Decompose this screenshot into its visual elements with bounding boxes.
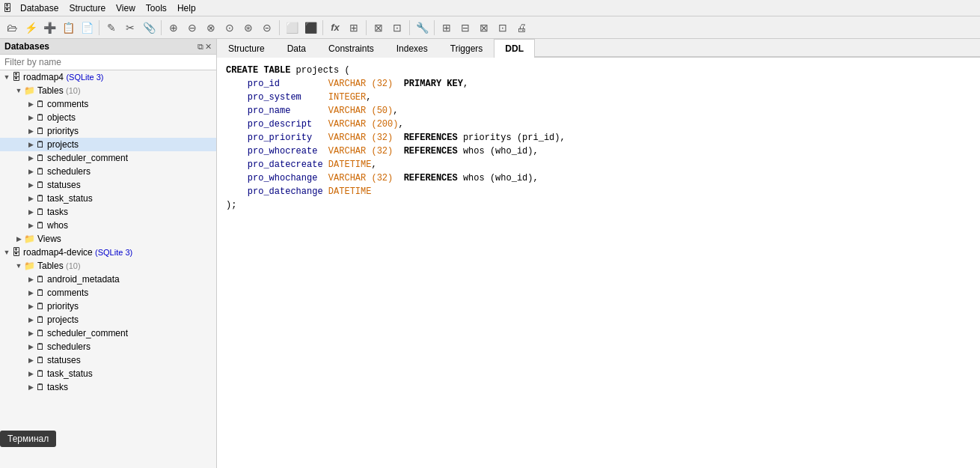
table-scheduler_comment-1-label: scheduler_comment [47,153,128,163]
toolbar-btn-3[interactable]: ➕ [40,19,58,37]
table-projects-1-icon: 🗒 [36,139,45,150]
tab-structure[interactable]: Structure [217,39,276,58]
table-comments-1-toggle[interactable]: ▶ [25,99,36,109]
toolbar-btn-22[interactable]: ⊟ [456,19,474,37]
left-panel: Databases ⧉ ✕ ▼ 🗄 roadmap4 (SQLite 3) ▼ … [0,39,217,468]
table-scheduler_comment-1[interactable]: ▶ 🗒 scheduler_comment [0,151,216,165]
toolbar-btn-4[interactable]: 📋 [59,19,77,37]
toolbar-btn-17[interactable]: ⊞ [345,19,363,37]
table-projects-1-toggle[interactable]: ▶ [25,139,36,150]
toolbar-btn-9[interactable]: ⊕ [165,19,183,37]
db-roadmap4-toggle[interactable]: ▼ [1,72,12,82]
toolbar-btn-11[interactable]: ⊗ [202,19,220,37]
table-task_status-2[interactable]: ▶ 🗒 task_status [0,367,216,380]
views-group-1-toggle[interactable]: ▶ [13,234,24,244]
toolbar-btn-7[interactable]: ✂ [121,19,139,37]
table-comments-2[interactable]: ▶ 🗒 comments [0,286,216,300]
table-projects-2[interactable]: ▶ 🗒 projects [0,313,216,326]
menu-tools[interactable]: Tools [141,1,171,15]
tables-group-1-toggle[interactable]: ▼ [13,85,24,96]
panel-title: Databases [4,41,49,52]
toolbar-btn-20[interactable]: 🔧 [413,19,431,37]
tab-data[interactable]: Data [276,39,317,58]
table-tasks-1[interactable]: ▶ 🗒 tasks [0,205,216,219]
table-comments-1[interactable]: ▶ 🗒 comments [0,97,216,111]
toolbar-btn-19[interactable]: ⊡ [388,19,406,37]
tables-group-2-toggle[interactable]: ▼ [13,261,24,271]
table-comments-2-toggle[interactable]: ▶ [25,288,36,298]
table-android_metadata-toggle[interactable]: ▶ [25,274,36,285]
panel-detach-btn[interactable]: ⧉ [197,42,203,52]
table-objects[interactable]: ▶ 🗒 objects [0,111,216,124]
toolbar-btn-fx[interactable]: fx [326,19,344,37]
tables-group-2-label: Tables (10) [37,261,81,271]
table-tasks-2[interactable]: ▶ 🗒 tasks [0,380,216,394]
table-scheduler_comment-2[interactable]: ▶ 🗒 scheduler_comment [0,326,216,340]
table-statuses-2[interactable]: ▶ 🗒 statuses [0,353,216,367]
tables-group-1[interactable]: ▼ 📁 Tables (10) [0,84,216,97]
table-whos-1-toggle[interactable]: ▶ [25,220,36,231]
toolbar-btn-5[interactable]: 📄 [78,19,96,37]
table-schedulers-2[interactable]: ▶ 🗒 schedulers [0,340,216,353]
table-whos-1-label: whos [47,220,68,231]
tables-group-2[interactable]: ▼ 📁 Tables (10) [0,259,216,273]
toolbar-btn-2[interactable]: ⚡ [22,19,40,37]
tables-group-2-icon: 📁 [24,261,35,271]
table-prioritys-1[interactable]: ▶ 🗒 prioritys [0,124,216,138]
toolbar-btn-14[interactable]: ⊝ [258,19,276,37]
table-scheduler_comment-1-toggle[interactable]: ▶ [25,153,36,163]
toolbar-btn-10[interactable]: ⊖ [183,19,201,37]
table-projects-1[interactable]: ▶ 🗒 projects [0,138,216,151]
panel-close-btn[interactable]: ✕ [205,42,212,52]
menu-help[interactable]: Help [173,1,200,15]
table-comments-2-label: comments [47,288,88,298]
toolbar-btn-24[interactable]: ⊡ [494,19,512,37]
menu-database[interactable]: Database [16,1,63,15]
menu-view[interactable]: View [111,1,140,15]
table-schedulers-1-toggle[interactable]: ▶ [25,166,36,177]
table-task_status-2-toggle[interactable]: ▶ [25,368,36,379]
tab-ddl[interactable]: DDL [494,39,535,58]
table-task_status-2-label: task_status [47,368,93,379]
terminal-tooltip: Терминал [0,431,56,447]
toolbar-btn-16[interactable]: ⬛ [301,19,319,37]
db-roadmap4-device[interactable]: ▼ 🗄 roadmap4-device (SQLite 3) [0,246,216,259]
toolbar-btn-21[interactable]: ⊞ [438,19,456,37]
toolbar-btn-15[interactable]: ⬜ [283,19,301,37]
tab-triggers[interactable]: Triggers [439,39,494,58]
db-roadmap4[interactable]: ▼ 🗄 roadmap4 (SQLite 3) [0,70,216,84]
toolbar-btn-18[interactable]: ⊠ [370,19,388,37]
table-task_status-1-toggle[interactable]: ▶ [25,193,36,204]
table-whos-1[interactable]: ▶ 🗒 whos [0,219,216,232]
tab-constraints[interactable]: Constraints [317,39,385,58]
toolbar-btn-6[interactable]: ✎ [102,19,120,37]
toolbar-btn-1[interactable]: 🗁 [3,19,21,37]
toolbar-btn-13[interactable]: ⊛ [239,19,257,37]
toolbar-btn-25[interactable]: 🖨 [512,19,530,37]
table-prioritys-2[interactable]: ▶ 🗒 prioritys [0,300,216,313]
toolbar-btn-12[interactable]: ⊙ [221,19,239,37]
table-statuses-2-toggle[interactable]: ▶ [25,355,36,365]
table-schedulers-2-toggle[interactable]: ▶ [25,341,36,352]
views-group-1[interactable]: ▶ 📁 Views [0,232,216,246]
db-roadmap4-device-toggle[interactable]: ▼ [1,247,12,258]
table-schedulers-1[interactable]: ▶ 🗒 schedulers [0,165,216,178]
toolbar-btn-23[interactable]: ⊠ [475,19,493,37]
table-tasks-1-toggle[interactable]: ▶ [25,207,36,217]
table-prioritys-2-toggle[interactable]: ▶ [25,301,36,312]
table-statuses-1-toggle[interactable]: ▶ [25,180,36,190]
table-tasks-2-toggle[interactable]: ▶ [25,382,36,392]
tab-indexes[interactable]: Indexes [385,39,439,58]
table-task_status-1[interactable]: ▶ 🗒 task_status [0,192,216,205]
table-prioritys-1-toggle[interactable]: ▶ [25,126,36,136]
filter-input[interactable] [0,55,216,70]
table-scheduler_comment-2-toggle[interactable]: ▶ [25,328,36,338]
toolbar-btn-8[interactable]: 📎 [140,19,158,37]
menu-structure[interactable]: Structure [64,1,110,15]
table-statuses-1[interactable]: ▶ 🗒 statuses [0,178,216,192]
toolbar-sep-3 [279,20,280,35]
table-prioritys-1-label: prioritys [47,126,79,136]
table-objects-toggle[interactable]: ▶ [25,112,36,123]
table-projects-2-toggle[interactable]: ▶ [25,314,36,325]
table-android_metadata[interactable]: ▶ 🗒 android_metadata [0,273,216,286]
